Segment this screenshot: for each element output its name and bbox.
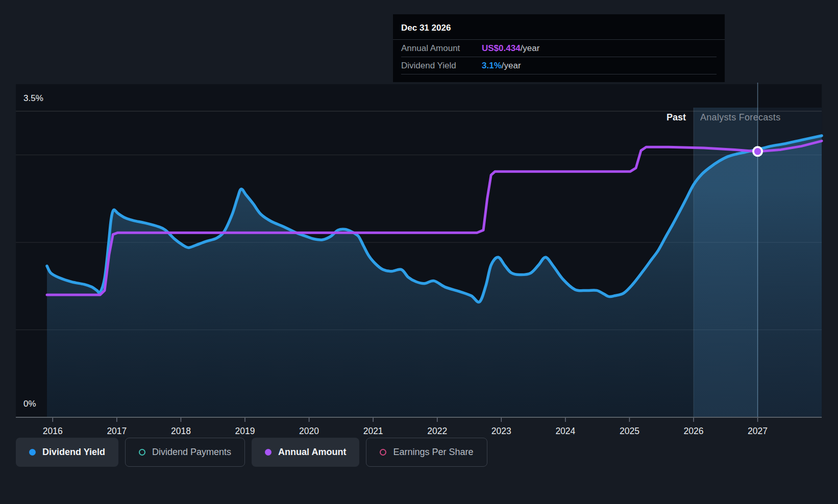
legend-label: Annual Amount: [278, 447, 346, 458]
x-tick-label: 2017: [107, 426, 127, 436]
chart-legend: Dividend Yield Dividend Payments Annual …: [16, 438, 487, 467]
selected-point-dot[interactable]: [754, 148, 761, 155]
legend-label: Dividend Yield: [42, 447, 105, 458]
dividend-payments-ring-icon: [139, 449, 145, 456]
tooltip-label: Dividend Yield: [401, 61, 482, 71]
x-tick-label: 2027: [748, 426, 768, 436]
annual-amount-dot-icon: [265, 449, 272, 456]
tooltip-label: Annual Amount: [401, 43, 482, 54]
legend-toggle-earnings-per-share[interactable]: Earnings Per Share: [366, 438, 487, 467]
past-region-label: Past: [0, 112, 686, 123]
x-tick-label: 2020: [299, 426, 319, 436]
x-tick-label: 2026: [684, 426, 704, 436]
tooltip-value: 3.1%: [482, 61, 502, 71]
forecast-region-label: Analysts Forecasts: [700, 112, 780, 123]
x-tick-label: 2019: [235, 426, 255, 436]
tooltip-row-annual-amount: Annual Amount US$0.434/year: [401, 40, 717, 57]
x-tick-label: 2024: [555, 426, 575, 436]
chart-tooltip: Dec 31 2026 Annual Amount US$0.434/year …: [393, 14, 725, 82]
tooltip-value: US$0.434: [482, 43, 521, 54]
legend-toggle-annual-amount[interactable]: Annual Amount: [252, 438, 359, 467]
dividend-chart-page: 2016201720182019202020212022202320242025…: [0, 0, 838, 504]
x-tick-label: 2018: [171, 426, 191, 436]
y-axis-max-label: 3.5%: [23, 93, 43, 104]
x-tick-label: 2021: [363, 426, 383, 436]
x-tick-label: 2025: [620, 426, 639, 436]
tooltip-date: Dec 31 2026: [393, 14, 725, 40]
tooltip-value-suffix: /year: [521, 43, 540, 54]
earnings-per-share-ring-icon: [380, 449, 386, 456]
legend-label: Earnings Per Share: [393, 447, 473, 458]
x-tick-label: 2022: [427, 426, 447, 436]
legend-toggle-dividend-payments[interactable]: Dividend Payments: [125, 438, 245, 467]
x-tick-label: 2023: [491, 426, 511, 436]
tooltip-value-suffix: /year: [502, 61, 521, 71]
legend-toggle-dividend-yield[interactable]: Dividend Yield: [16, 438, 118, 467]
dividend-yield-dot-icon: [29, 449, 36, 456]
tooltip-row-dividend-yield: Dividend Yield 3.1%/year: [401, 57, 717, 74]
x-tick-label: 2016: [43, 426, 63, 436]
legend-label: Dividend Payments: [152, 447, 231, 458]
y-axis-min-label: 0%: [23, 399, 36, 409]
